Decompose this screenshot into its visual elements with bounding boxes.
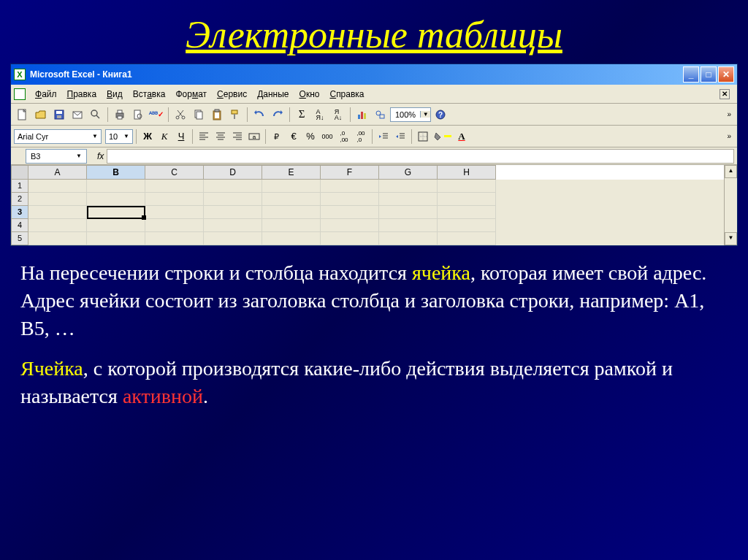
menu-format[interactable]: Формат <box>170 87 212 101</box>
menu-edit[interactable]: Правка <box>62 87 102 101</box>
drawing-icon[interactable] <box>372 106 389 123</box>
cell[interactable] <box>28 219 87 232</box>
chevron-down-icon[interactable]: ▼ <box>420 111 430 118</box>
menu-file[interactable]: Файл <box>30 87 62 101</box>
decrease-indent-icon[interactable] <box>375 129 392 145</box>
cell[interactable] <box>145 180 204 193</box>
row-header[interactable]: 2 <box>11 193 28 206</box>
cell[interactable] <box>438 206 496 219</box>
doc-close-button[interactable]: ✕ <box>720 89 730 99</box>
font-name-selector[interactable]: Arial Cyr▼ <box>14 129 102 144</box>
cell[interactable] <box>438 232 496 245</box>
font-size-selector[interactable]: 10▼ <box>105 129 133 144</box>
cell[interactable] <box>438 219 496 232</box>
preview-icon[interactable] <box>129 106 147 123</box>
row-header[interactable]: 1 <box>11 180 28 193</box>
scroll-up-icon[interactable]: ▲ <box>725 165 737 178</box>
print-icon[interactable] <box>111 106 129 123</box>
column-header[interactable]: F <box>321 165 379 180</box>
redo-icon[interactable] <box>269 106 286 123</box>
row-header[interactable]: 5 <box>11 232 28 245</box>
column-header[interactable]: D <box>204 165 262 180</box>
cell[interactable] <box>262 232 321 245</box>
menu-tools[interactable]: Сервис <box>212 87 252 101</box>
cell[interactable] <box>87 180 145 193</box>
undo-icon[interactable] <box>251 106 268 123</box>
menu-help[interactable]: Справка <box>324 87 369 101</box>
increase-decimal-icon[interactable]: ,0,00 <box>336 129 352 145</box>
cell[interactable] <box>28 180 87 193</box>
cell[interactable] <box>379 180 438 193</box>
cell[interactable] <box>145 206 204 219</box>
maximize-button[interactable]: □ <box>701 66 717 83</box>
cell[interactable] <box>145 193 204 206</box>
scroll-down-icon[interactable]: ▼ <box>725 232 737 245</box>
cell[interactable] <box>204 219 262 232</box>
decrease-decimal-icon[interactable]: ,00,0 <box>353 129 369 145</box>
cell[interactable] <box>379 193 438 206</box>
autosum-icon[interactable]: Σ <box>293 106 310 123</box>
increase-indent-icon[interactable] <box>392 129 408 145</box>
column-header[interactable]: H <box>438 165 496 180</box>
cell[interactable] <box>204 180 262 193</box>
cell[interactable] <box>262 219 321 232</box>
row-header[interactable]: 4 <box>11 219 28 232</box>
cell[interactable] <box>87 232 145 245</box>
menu-view[interactable]: Вид <box>102 87 128 101</box>
borders-icon[interactable] <box>415 129 431 145</box>
menu-insert[interactable]: Вставка <box>128 87 171 101</box>
cells-area[interactable] <box>28 180 724 245</box>
open-icon[interactable] <box>32 106 50 123</box>
cell[interactable] <box>87 219 145 232</box>
align-center-icon[interactable] <box>213 129 229 145</box>
name-box[interactable]: B3▼ <box>26 149 87 164</box>
cell[interactable] <box>262 193 321 206</box>
email-icon[interactable] <box>69 106 86 123</box>
cell[interactable] <box>438 193 496 206</box>
toolbar-overflow-icon[interactable]: » <box>724 110 734 118</box>
close-button[interactable]: ✕ <box>718 66 734 83</box>
cell[interactable] <box>28 232 87 245</box>
cell[interactable] <box>321 232 379 245</box>
merge-center-icon[interactable]: a <box>246 129 262 145</box>
font-color-icon[interactable]: А <box>454 129 470 145</box>
zoom-selector[interactable]: 100% ▼ <box>390 107 431 122</box>
cell[interactable] <box>379 206 438 219</box>
sort-desc-icon[interactable]: ЯА↓ <box>329 106 347 123</box>
cell[interactable] <box>28 206 87 219</box>
row-header[interactable]: 3 <box>11 206 28 219</box>
paste-icon[interactable] <box>208 106 226 123</box>
column-header[interactable]: A <box>28 165 87 180</box>
spellcheck-icon[interactable]: ᴬᴮᴮ✓ <box>148 106 165 123</box>
select-all-corner[interactable] <box>11 165 28 180</box>
chart-icon[interactable] <box>354 106 371 123</box>
cell[interactable] <box>145 219 204 232</box>
sort-asc-icon[interactable]: АЯ↓ <box>311 106 329 123</box>
search-icon[interactable] <box>87 106 104 123</box>
cell[interactable] <box>28 193 87 206</box>
column-header[interactable]: C <box>145 165 204 180</box>
formula-input[interactable] <box>107 149 734 164</box>
underline-button[interactable]: Ч <box>173 129 189 145</box>
fill-color-icon[interactable] <box>432 129 453 145</box>
copy-icon[interactable] <box>190 106 207 123</box>
cell[interactable] <box>262 206 321 219</box>
save-icon[interactable] <box>50 106 68 123</box>
cell[interactable] <box>321 219 379 232</box>
column-header[interactable]: G <box>379 165 438 180</box>
cell[interactable] <box>379 232 438 245</box>
align-right-icon[interactable] <box>229 129 245 145</box>
cell[interactable] <box>321 193 379 206</box>
menu-data[interactable]: Данные <box>252 87 294 101</box>
help-icon[interactable]: ? <box>432 106 449 123</box>
fx-icon[interactable]: fx <box>97 151 104 161</box>
percent-icon[interactable]: % <box>302 129 318 145</box>
bold-button[interactable]: Ж <box>140 129 156 145</box>
new-icon[interactable] <box>14 106 31 123</box>
cell[interactable] <box>87 206 145 219</box>
column-header[interactable]: B <box>87 165 145 180</box>
cell[interactable] <box>379 219 438 232</box>
cell[interactable] <box>321 206 379 219</box>
cell[interactable] <box>145 232 204 245</box>
cut-icon[interactable] <box>172 106 189 123</box>
